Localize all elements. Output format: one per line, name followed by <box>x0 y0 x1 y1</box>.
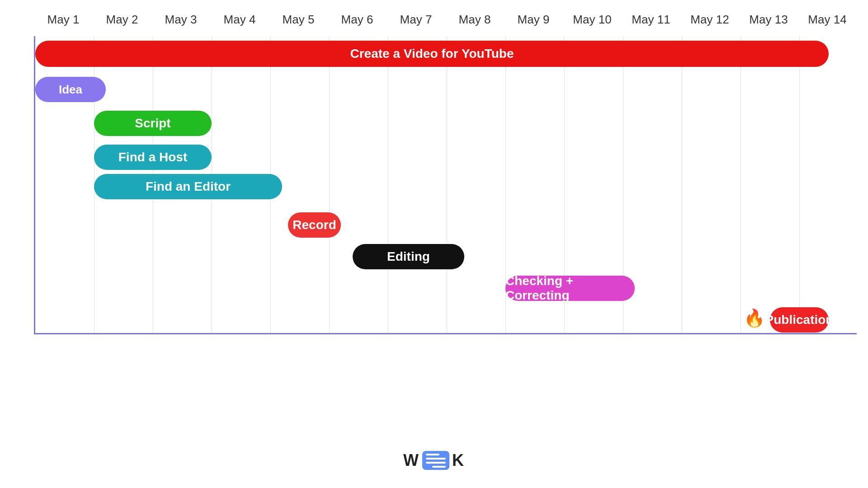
date-cell-3: May 4 <box>210 13 269 27</box>
date-cell-8: May 9 <box>504 13 563 27</box>
date-cell-6: May 7 <box>387 13 445 27</box>
logo-icon <box>422 451 449 470</box>
logo-prefix: W <box>403 451 420 470</box>
grid-line-6 <box>388 36 388 333</box>
logo-line-2 <box>426 458 446 460</box>
date-cell-7: May 8 <box>445 13 504 27</box>
task-editing[interactable]: Editing <box>353 244 464 269</box>
date-cell-11: May 12 <box>680 13 739 27</box>
date-cell-9: May 10 <box>563 13 622 27</box>
gantt-chart: May 1May 2May 3May 4May 5May 6May 7May 8… <box>0 0 868 488</box>
grid-line-11 <box>682 36 682 333</box>
logo-lines <box>426 454 446 468</box>
date-cell-4: May 5 <box>269 13 328 27</box>
logo: W K <box>403 451 465 470</box>
date-cell-1: May 2 <box>93 13 151 27</box>
logo-line-3 <box>426 462 446 464</box>
date-cell-2: May 3 <box>151 13 210 27</box>
grid-line-5 <box>329 36 330 333</box>
task-find-an-editor[interactable]: Find an Editor <box>94 174 282 199</box>
task-find-a-host[interactable]: Find a Host <box>94 145 212 170</box>
task-publication[interactable]: Publication <box>770 307 829 333</box>
chart-area: Create a Video for YouTubeIdeaScriptFind… <box>34 36 857 334</box>
grid-line-7 <box>447 36 447 333</box>
fire-icon: 🔥 <box>744 308 765 328</box>
task-create-video[interactable]: Create a Video for YouTube <box>35 41 829 67</box>
date-cell-0: May 1 <box>34 13 93 27</box>
grid-line-13 <box>799 36 800 333</box>
logo-line-1 <box>426 454 439 455</box>
date-cell-13: May 14 <box>798 13 857 27</box>
date-header: May 1May 2May 3May 4May 5May 6May 7May 8… <box>34 13 857 27</box>
task-idea[interactable]: Idea <box>35 77 106 102</box>
date-cell-10: May 11 <box>622 13 680 27</box>
grid-line-12 <box>741 36 741 333</box>
logo-suffix: K <box>452 451 465 470</box>
task-script[interactable]: Script <box>94 111 212 136</box>
date-cell-12: May 13 <box>739 13 798 27</box>
task-record[interactable]: Record <box>288 212 341 238</box>
date-cell-5: May 6 <box>328 13 387 27</box>
task-checking-correcting[interactable]: Checking + Correcting <box>505 276 635 301</box>
logo-line-4 <box>432 466 446 468</box>
